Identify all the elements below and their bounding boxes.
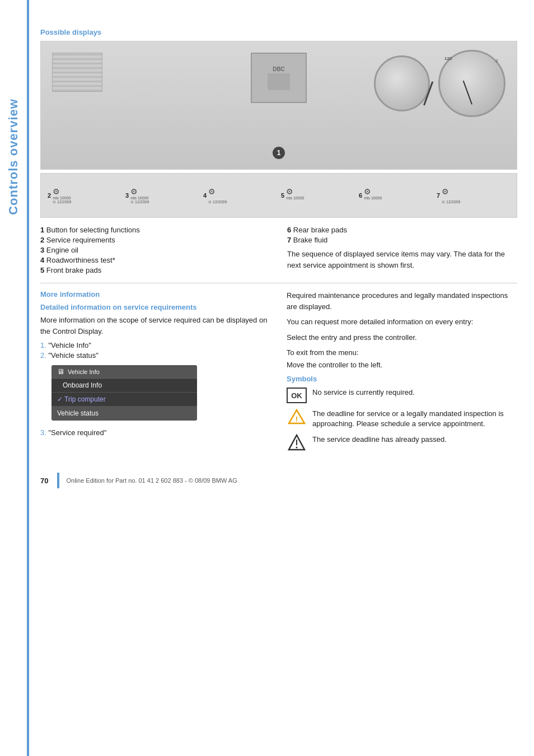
inst-box-2: ⚙ mls 10000 ⊙ 12/2009 [53,187,71,204]
instrument-item-2: 2 ⚙ mls 10000 ⊙ 12/2009 [45,187,123,204]
left-speedo [374,55,430,111]
instrument-item-7: 7 ⚙ ⊙ 12/2009 [434,187,512,204]
more-info-heading: More information [40,290,271,298]
right-para-4: To exit from the menu: [287,347,517,358]
instrument-strip-wrapper: 2 ⚙ mls 10000 ⊙ 12/2009 3 ⚙ mls 10000 ⊙ … [40,173,517,218]
badge-1: 1 [273,147,285,159]
menu-item-trip: ✓ Trip computer [51,393,197,407]
instrument-item-3: 3 ⚙ mls 10000 ⊙ 12/2009 [123,187,201,204]
inst-num-5: 5 [281,192,284,199]
symbol-badge-warning: ! [287,409,307,424]
right-para-2: You can request more detailed informatio… [287,316,517,328]
left-item-list: 1 Button for selecting functions 2 Servi… [40,226,270,276]
right-item-list: 6 Rear brake pads 7 Brake fluid The sequ… [287,226,517,276]
list-item-3: 3 Engine oil [40,246,270,254]
instrument-item-5: 5 ⚙ mls 10000 [279,187,357,204]
footer-blue-bar [57,473,59,488]
inst-num-4: 4 [203,192,207,199]
menu-item-vehicle-status: Vehicle status [51,407,197,421]
inst-box-5: ⚙ mls 10000 [286,187,304,204]
list-item-4: 4 Roadworthiness test* [40,256,270,264]
main-two-col: More information Detailed information on… [40,290,517,456]
symbol-row-warning: ! The deadline for service or a legally … [287,409,517,429]
symbol-row-overdue: The service deadline has already passed. [287,435,517,450]
symbols-heading: Symbols [287,375,517,383]
symbol-badge-ok: OK [287,388,307,403]
symbol-badge-overdue [287,435,307,450]
page-footer: 70 Online Edition for Part no. 01 41 2 6… [40,473,517,500]
vehicle-info-icon: 🖥 [57,367,64,376]
numbered-items-container: 1 Button for selecting functions 2 Servi… [40,226,517,276]
symbols-section: Symbols OK No service is currently requi… [287,375,517,450]
section-heading: Possible displays [40,28,517,36]
step-3: 3. "Service required" [40,428,271,437]
symbol-text-overdue: The service deadline has already passed. [312,435,447,445]
detail-list: 1. "Vehicle Info" 2. "Vehicle status" [40,341,271,360]
warning-triangle-icon: ! [288,409,306,424]
left-column: More information Detailed information on… [40,290,271,456]
inst-num-2: 2 [48,192,51,199]
list-item-5: 5 Front brake pads [40,266,270,274]
symbol-text-ok: No service is currently required. [312,388,415,398]
sequence-text: The sequence of displayed service items … [287,249,517,270]
inst-box-3: ⚙ mls 10000 ⊙ 12/2009 [130,187,149,204]
right-para-1: Required maintenance procedures and lega… [287,290,517,312]
right-column: Required maintenance procedures and lega… [287,290,517,456]
right-speedo: 120 2 [438,50,505,117]
inst-num-7: 7 [437,192,440,199]
center-display: DBC [251,53,307,103]
instrument-strip: 2 ⚙ mls 10000 ⊙ 12/2009 3 ⚙ mls 10000 ⊙ … [40,173,517,218]
symbol-row-ok: OK No service is currently required. [287,388,517,403]
overdue-triangle-icon [288,434,306,451]
dashboard-image: DBC 120 2 1 [40,41,517,170]
menu-item-onboard: Onboard Info [51,379,197,393]
vehicle-info-menu: 🖥 Vehicle Info Onboard Info ✓ Trip compu… [51,365,197,421]
list-item-1: 1 Button for selecting functions [40,226,270,234]
symbol-text-warning: The deadline for service or a legally ma… [312,409,517,429]
sidebar-label: Controls overview [0,67,27,246]
blue-vertical-bar [27,0,29,756]
svg-text:!: ! [296,415,298,423]
detail-list-item-2: 2. "Vehicle status" [40,351,271,360]
inst-num-3: 3 [125,192,129,199]
detailed-body: More information on the scope of service… [40,315,271,337]
list-item-2: 2 Service requirements [40,236,270,244]
vent-decoration [52,53,102,92]
detail-list-item-1: 1. "Vehicle Info" [40,341,271,349]
list-item-7: 7 Brake fluid [287,236,517,244]
vehicle-info-title: 🖥 Vehicle Info [51,365,197,379]
right-para-5: Move the controller to the left. [287,360,517,371]
instrument-item-6: 6 ⚙ mls 10000 [357,187,434,204]
inst-num-6: 6 [359,192,362,199]
section-divider [40,283,517,283]
detailed-subheading: Detailed information on service requirem… [40,303,271,311]
inst-box-7: ⚙ ⊙ 12/2009 [442,187,460,204]
right-para-3: Select the entry and press the controlle… [287,332,517,343]
list-item-6: 6 Rear brake pads [287,226,517,234]
svg-point-4 [296,447,298,449]
footer-text: Online Edition for Part no. 01 41 2 602 … [66,477,237,484]
inst-box-4: ⚙ ⊙ 12/2009 [208,187,227,204]
page-number: 70 [40,477,48,485]
inst-box-6: ⚙ mls 10000 [364,187,382,204]
instrument-item-4: 4 ⚙ ⊙ 12/2009 [201,187,279,204]
